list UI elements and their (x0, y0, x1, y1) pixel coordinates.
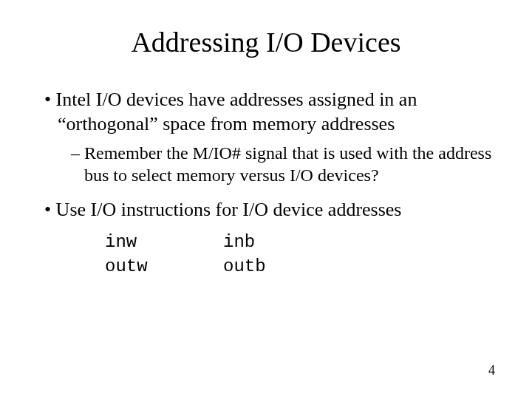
code-cell: inb (223, 230, 255, 255)
code-row: inw inb (105, 230, 495, 255)
page-number: 4 (488, 363, 495, 378)
code-block: inw inb outw outb (105, 230, 495, 279)
bullet-item: Use I/O instructions for I/O device addr… (37, 198, 495, 222)
slide-title: Addressing I/O Devices (37, 26, 495, 58)
code-row: outw outb (105, 254, 495, 279)
code-cell: inw (105, 230, 223, 255)
code-cell: outb (223, 254, 266, 279)
sub-bullet-item: Remember the M/IO# signal that is used w… (37, 142, 495, 186)
bullet-list: Intel I/O devices have addresses assigne… (37, 88, 495, 222)
code-cell: outw (105, 254, 223, 279)
bullet-item: Intel I/O devices have addresses assigne… (37, 88, 495, 136)
